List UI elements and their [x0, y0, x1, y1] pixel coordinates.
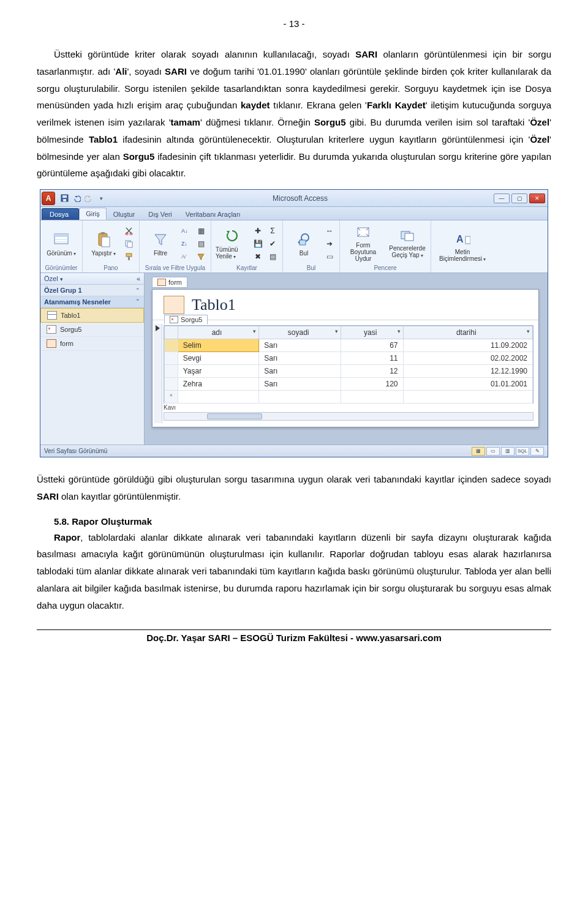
spelling-icon[interactable]: ✔ — [266, 238, 279, 249]
group-find: Bul — [287, 264, 336, 271]
qat-customize-icon[interactable]: ▾ — [96, 193, 107, 204]
nav-item-sorgu5[interactable]: Sorgu5 — [40, 323, 144, 337]
tab-home[interactable]: Giriş — [79, 208, 107, 220]
cell-soyadi[interactable]: Sarı — [259, 365, 341, 378]
selection-filter-icon[interactable]: ▦ — [195, 225, 207, 236]
scrollbar-thumb[interactable] — [207, 413, 262, 419]
cell-dtarihi[interactable] — [403, 391, 532, 404]
cell-adi[interactable] — [178, 391, 259, 404]
cell-dtarihi[interactable]: 01.01.2001 — [403, 378, 532, 391]
delete-record-icon[interactable]: ✖ — [252, 251, 264, 262]
cell-adi[interactable]: Zehra — [178, 378, 259, 391]
body-area: Özel ▾ « Özel Grup 1⌃ Atanmamış Nesneler… — [40, 273, 548, 445]
nav-group-1[interactable]: Özel Grup 1⌃ — [40, 285, 144, 296]
paste-label: Yapıştır▾ — [91, 250, 116, 257]
table-row[interactable]: Sevgi Sarı 11 02.02.2002 — [165, 352, 533, 365]
row-selector[interactable] — [165, 365, 178, 378]
cell-soyadi[interactable]: Sarı — [259, 352, 341, 365]
cell-yasi[interactable]: 67 — [341, 339, 403, 352]
cell-dtarihi[interactable]: 11.09.2002 — [403, 339, 532, 352]
cell-yasi[interactable]: 12 — [341, 365, 403, 378]
filter-button[interactable]: Filtre — [143, 225, 178, 263]
toggle-filter-icon[interactable] — [195, 251, 207, 262]
nav-item-form[interactable]: form — [40, 337, 144, 351]
save-record-icon[interactable]: 💾 — [252, 238, 264, 249]
row-selector[interactable] — [165, 339, 178, 352]
row-selector[interactable] — [165, 378, 178, 391]
table-row[interactable]: Selim Sarı 67 11.09.2002 — [165, 339, 533, 352]
app-menu-button[interactable]: A — [42, 192, 55, 205]
tab-dbtools[interactable]: Veritabanı Araçları — [179, 208, 247, 220]
cell-adi[interactable]: Yaşar — [178, 365, 259, 378]
new-record-row[interactable]: * — [165, 391, 533, 404]
sort-asc-icon[interactable]: A↓ — [180, 225, 192, 236]
form-header: Tablo1 — [153, 290, 538, 320]
save-icon[interactable] — [59, 193, 70, 204]
paragraph-2: Üstteki görüntüde görüldüğü gibi oluştur… — [37, 471, 551, 505]
svg-rect-4 — [55, 234, 68, 237]
nav-section-unassigned[interactable]: Atanmamış Nesneler ⌃ — [40, 296, 144, 308]
form-view-button[interactable]: ▭ — [486, 447, 500, 456]
column-header-adi[interactable]: adı▾ — [178, 326, 259, 339]
find-button[interactable]: Bul — [287, 225, 321, 263]
row-selector-header[interactable] — [165, 326, 178, 339]
more-icon[interactable]: ▤ — [266, 251, 279, 262]
cut-icon[interactable] — [123, 225, 135, 236]
view-button[interactable]: Görünüm▾ — [44, 225, 78, 263]
paste-button[interactable]: Yapıştır▾ — [86, 225, 121, 263]
switch-windows-label: Pencerelerde Geçiş Yap▾ — [388, 245, 427, 259]
subform-tab[interactable]: Sorgu5 — [164, 315, 208, 325]
switch-windows-button[interactable]: Pencerelerde Geçiş Yap▾ — [388, 228, 427, 259]
tab-external[interactable]: Dış Veri — [141, 208, 179, 220]
document-area: form Tablo1 Sorgu5 — [145, 273, 548, 445]
table-row[interactable]: Yaşar Sarı 12 12.12.1990 — [165, 365, 533, 378]
cell-yasi[interactable] — [341, 391, 403, 404]
cell-soyadi[interactable]: Sarı — [259, 339, 341, 352]
nav-item-tablo1[interactable]: Tablo1 — [40, 308, 144, 323]
nav-item-label: form — [60, 340, 74, 347]
nav-collapse-icon[interactable]: « — [137, 275, 140, 282]
table-row[interactable]: Zehra Sarı 120 01.01.2001 — [165, 378, 533, 391]
undo-icon[interactable] — [71, 193, 82, 204]
cell-dtarihi[interactable]: 12.12.1990 — [403, 365, 532, 378]
maximize-button[interactable]: ▢ — [511, 193, 527, 203]
column-header-yasi[interactable]: yasi▾ — [341, 326, 403, 339]
row-selector[interactable] — [165, 352, 178, 365]
replace-icon[interactable]: ↔ — [323, 225, 336, 236]
filter-label: Filtre — [154, 250, 167, 257]
close-button[interactable]: ✕ — [529, 193, 545, 203]
refresh-all-button[interactable]: Tümünü Yenile▾ — [215, 225, 249, 263]
nav-header[interactable]: Özel ▾ « — [40, 273, 144, 285]
fit-form-button[interactable]: Form Boyutuna Uydur — [344, 225, 383, 262]
tab-create[interactable]: Oluştur — [107, 208, 141, 220]
column-header-soyadi[interactable]: soyadi▾ — [259, 326, 341, 339]
redo-icon[interactable] — [83, 193, 94, 204]
format-painter-icon[interactable] — [123, 251, 135, 262]
cell-adi[interactable]: Sevgi — [178, 352, 259, 365]
advanced-filter-icon[interactable]: ▤ — [195, 238, 207, 249]
totals-icon[interactable]: Σ — [266, 225, 279, 236]
column-header-dtarihi[interactable]: dtarihi▾ — [403, 326, 532, 339]
cell-dtarihi[interactable]: 02.02.2002 — [403, 352, 532, 365]
cell-soyadi[interactable]: Sarı — [259, 378, 341, 391]
sql-view-button[interactable]: SQL — [516, 447, 529, 456]
cell-adi[interactable]: Selim — [178, 339, 259, 352]
sort-desc-icon[interactable]: Z↓ — [180, 238, 192, 249]
record-selector[interactable] — [154, 324, 162, 423]
cell-yasi[interactable]: 11 — [341, 352, 403, 365]
datasheet-view-button[interactable]: ▦ — [472, 447, 485, 456]
cell-yasi[interactable]: 120 — [341, 378, 403, 391]
select-icon[interactable]: ▭ — [323, 251, 336, 262]
file-tab[interactable]: Dosya — [42, 208, 79, 220]
goto-icon[interactable]: ➜ — [323, 238, 336, 249]
horizontal-scrollbar[interactable] — [164, 412, 533, 421]
document-tab[interactable]: form — [152, 277, 187, 288]
cell-soyadi[interactable] — [259, 391, 341, 404]
design-view-button[interactable]: ✎ — [530, 447, 544, 456]
layout-view-button[interactable]: ▥ — [501, 447, 514, 456]
minimize-button[interactable]: — — [494, 193, 510, 203]
new-record-icon[interactable]: ✚ — [252, 225, 264, 236]
copy-icon[interactable] — [123, 238, 135, 249]
clear-sort-icon[interactable]: A⁄ — [180, 251, 192, 262]
text-format-button[interactable]: A Metin Biçimlendirmesi▾ — [435, 231, 490, 263]
